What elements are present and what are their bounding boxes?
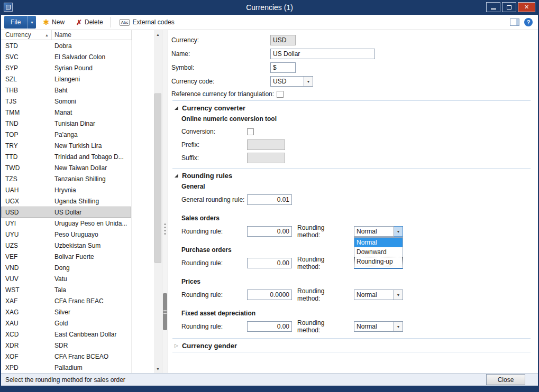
fixed-asset-rounding-method-select[interactable]: Normal ▼ xyxy=(354,321,403,332)
purchase-rounding-rule-field[interactable]: 0.00 xyxy=(247,258,292,268)
splitter-grip-icon xyxy=(165,223,166,235)
general-rounding-rule-label: General rounding rule: xyxy=(181,196,247,203)
table-row[interactable]: UAHHryvnia xyxy=(1,184,131,195)
currency-code-cell: SZL xyxy=(1,76,52,83)
combo-arrow-icon[interactable]: ▼ xyxy=(394,226,403,237)
dropdown-option[interactable]: Rounding-up xyxy=(354,257,403,266)
table-row[interactable]: WSTTala xyxy=(1,284,131,295)
app-icon-glyph xyxy=(6,5,11,10)
file-menu-button[interactable]: File ▼ xyxy=(4,16,36,29)
table-row[interactable]: STDDobra xyxy=(1,40,131,51)
table-row[interactable]: UZSUzbekistan Sum xyxy=(1,240,131,251)
sales-rounding-rule-field[interactable]: 0.00 xyxy=(247,226,292,237)
table-row[interactable]: UYIUruguay Peso en Unida... xyxy=(1,218,131,229)
conversion-checkbox[interactable] xyxy=(247,128,254,135)
symbol-label: Symbol: xyxy=(168,64,270,71)
panel-splitter[interactable] xyxy=(162,30,168,373)
table-row[interactable]: VNDDong xyxy=(1,262,131,273)
currency-code-cell: THB xyxy=(1,87,52,94)
column-header-currency[interactable]: Currency ▲ xyxy=(1,30,52,40)
table-row[interactable]: XAGSilver xyxy=(1,306,131,318)
close-button[interactable]: Close xyxy=(486,374,525,385)
table-row[interactable]: TJSSomoni xyxy=(1,96,131,107)
symbol-field[interactable]: $ xyxy=(270,62,296,73)
currency-code-select[interactable]: USD ▼ xyxy=(270,76,313,87)
table-row[interactable]: THBBaht xyxy=(1,85,131,96)
table-row[interactable]: XPDPalladium xyxy=(1,362,131,373)
table-row[interactable]: UGXUganda Shilling xyxy=(1,195,131,207)
currency-list-panel: Currency ▲ Name STDDobraSVCEl Salvador C… xyxy=(1,30,162,373)
layout-icon[interactable] xyxy=(510,18,519,26)
grid-header: Currency ▲ Name xyxy=(1,30,132,40)
toolbar-right-icons: ? xyxy=(510,18,533,26)
scrollbar-thumb[interactable] xyxy=(154,94,161,263)
table-row[interactable]: VUVVatu xyxy=(1,273,131,284)
suffix-field xyxy=(247,153,285,163)
currency-name-cell: Palladium xyxy=(52,364,130,371)
table-row[interactable]: UYUPeso Uruguayo xyxy=(1,229,131,240)
toolbar-separator xyxy=(110,17,111,27)
section-currency-gender[interactable]: ▷ Currency gender xyxy=(175,341,538,350)
maximize-button[interactable] xyxy=(502,2,516,12)
scroll-up-icon[interactable]: ▲ xyxy=(154,30,162,39)
help-icon[interactable]: ? xyxy=(524,18,533,26)
table-row[interactable]: XAUGold xyxy=(1,318,131,329)
currency-code-cell: USD xyxy=(1,209,52,216)
sales-rounding-method-select[interactable]: Normal ▼ xyxy=(354,226,403,237)
table-row[interactable]: TMMManat xyxy=(1,107,131,118)
external-codes-label: External codes xyxy=(132,18,174,26)
table-row[interactable]: VEFBolivar Fuerte xyxy=(1,251,131,262)
splitter-scroll-thumb[interactable] xyxy=(163,293,167,330)
dropdown-option[interactable]: Normal xyxy=(354,238,403,247)
close-window-button[interactable]: ✕ xyxy=(518,2,535,12)
currency-code-cell: TTD xyxy=(1,153,52,161)
table-row[interactable]: XDRSDR xyxy=(1,340,131,351)
minimize-button[interactable] xyxy=(486,2,500,12)
currency-name-cell: Tanzanian Shilling xyxy=(52,175,130,183)
table-row[interactable]: SVCEl Salvador Colon xyxy=(1,51,131,62)
table-row[interactable]: SZLLilangeni xyxy=(1,73,131,85)
delete-button[interactable]: ✗ Delete xyxy=(71,16,108,29)
grid-scrollbar[interactable]: ▲ ▼ xyxy=(154,30,162,373)
table-row[interactable]: TOPPa'anga xyxy=(1,129,131,140)
table-row[interactable]: XOFCFA Franc BCEAO xyxy=(1,351,131,362)
table-row[interactable]: SYPSyrian Pound xyxy=(1,62,131,73)
prices-rounding-method-select[interactable]: Normal ▼ xyxy=(354,290,403,300)
prices-rounding-rule-field[interactable]: 0.0000 xyxy=(247,290,292,300)
currency-code-cell: UGX xyxy=(1,198,52,205)
reference-currency-checkbox[interactable] xyxy=(277,91,284,98)
name-field[interactable]: US Dollar xyxy=(270,49,375,59)
group-title-fixed-asset: Fixed asset depreciation xyxy=(181,310,538,318)
rounding-method-label: Rounding method: xyxy=(297,319,349,334)
scroll-down-icon[interactable]: ▼ xyxy=(154,365,162,373)
section-currency-converter[interactable]: Currency converter xyxy=(175,104,538,112)
column-header-name[interactable]: Name xyxy=(52,30,132,40)
currency-name-cell: Tunisian Dinar xyxy=(52,120,130,127)
external-codes-button[interactable]: Abc External codes xyxy=(115,16,179,29)
minimize-icon xyxy=(491,8,496,10)
table-row[interactable]: TZSTanzanian Shilling xyxy=(1,173,131,184)
new-button[interactable]: ✱ New xyxy=(38,16,69,29)
currency-name-cell: Uruguay Peso en Unida... xyxy=(52,220,130,227)
fixed-asset-rounding-rule-field[interactable]: 0.00 xyxy=(247,321,292,332)
table-row[interactable]: XAFCFA Franc BEAC xyxy=(1,295,131,306)
currency-code-cell: UYU xyxy=(1,231,52,238)
combo-arrow-icon[interactable]: ▼ xyxy=(394,290,403,300)
combo-arrow-icon[interactable]: ▼ xyxy=(394,321,403,332)
currency-code-cell: UAH xyxy=(1,186,52,194)
combo-arrow-icon[interactable]: ▼ xyxy=(304,76,313,87)
table-row[interactable]: TNDTunisian Dinar xyxy=(1,118,131,129)
section-rounding-rules[interactable]: Rounding rules xyxy=(175,171,538,180)
dropdown-option[interactable]: Downward xyxy=(354,247,403,257)
new-button-label: New xyxy=(52,18,65,26)
prefix-field xyxy=(247,139,285,150)
general-rounding-rule-field[interactable]: 0.01 xyxy=(247,194,292,205)
separator xyxy=(172,168,531,169)
table-row[interactable]: USDUS Dollar xyxy=(1,207,131,218)
table-row[interactable]: XCDEast Caribbean Dollar xyxy=(1,329,131,340)
table-row[interactable]: TWDNew Taiwan Dollar xyxy=(1,162,131,173)
grip-lines-icon xyxy=(163,310,167,314)
delete-button-label: Delete xyxy=(85,18,103,26)
table-row[interactable]: TTDTrinidad and Tobago D... xyxy=(1,151,131,162)
table-row[interactable]: TRYNew Turkish Lira xyxy=(1,140,131,151)
